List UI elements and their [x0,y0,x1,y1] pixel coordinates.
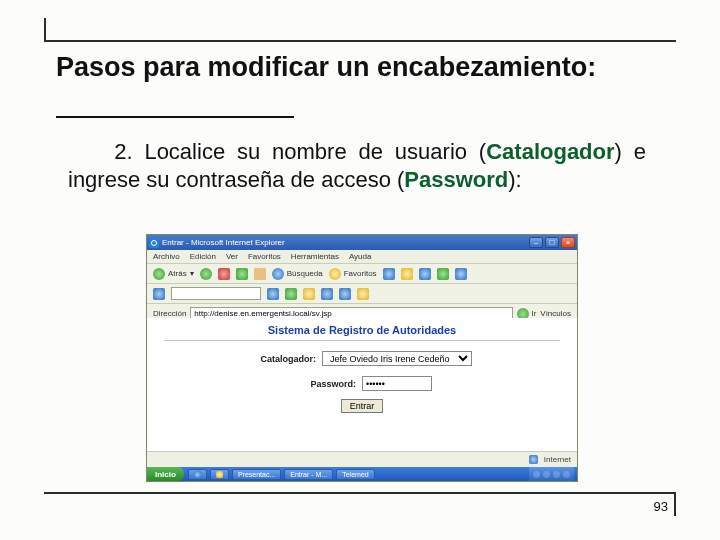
tray-icon[interactable] [543,471,550,478]
minimize-button[interactable]: – [529,237,543,248]
highlight-password: Password [404,167,508,192]
enter-button[interactable]: Entrar [341,399,384,413]
menu-edicion[interactable]: Edición [190,252,216,261]
home-button[interactable] [254,268,266,280]
zone-icon [529,455,538,464]
slide-body: 2. Localice su nombre de usuario (Catalo… [68,138,646,194]
catalogador-select[interactable]: Jefe Oviedo Iris Irene Cedeño [322,351,472,366]
tray-icon[interactable] [533,471,540,478]
ie-icon [149,238,159,248]
menu-archivo[interactable]: Archivo [153,252,180,261]
gbtn-2[interactable] [285,288,297,300]
gbtn-3[interactable] [303,288,315,300]
print-button[interactable] [419,268,431,280]
taskbar-item[interactable]: Presentac... [232,469,281,480]
links-label[interactable]: Vínculos [540,309,571,318]
password-input[interactable] [362,376,432,391]
menubar: Archivo Edición Ver Favoritos Herramient… [147,250,577,264]
tray-icon[interactable] [553,471,560,478]
menu-ayuda[interactable]: Ayuda [349,252,372,261]
slide-title: Pasos para modificar un encabezamiento: [56,52,662,83]
google-icon [153,288,165,300]
system-tray [529,467,574,481]
gbtn-1[interactable] [267,288,279,300]
refresh-button[interactable] [236,268,248,280]
taskbar-item[interactable]: Telemed [336,469,374,480]
window-title: Entrar - Microsoft Internet Explorer [162,238,285,247]
titlebar: Entrar - Microsoft Internet Explorer – □… [147,235,577,250]
taskbar-item[interactable] [210,469,229,480]
forward-button[interactable] [200,268,212,280]
history-button[interactable] [383,268,395,280]
google-search-input[interactable] [171,287,261,300]
password-label: Password: [292,379,356,389]
zone-label: Internet [544,455,571,464]
toolbar-google [147,284,577,304]
taskbar-item[interactable]: Entrar - M... [284,469,333,480]
address-label: Dirección [153,309,186,318]
edit-button[interactable] [437,268,449,280]
page-number: 93 [654,499,668,514]
page-content: Sistema de Registro de Autoridades Catal… [147,318,577,451]
rule-bottom [44,492,676,494]
close-button[interactable]: × [561,237,575,248]
stop-button[interactable] [218,268,230,280]
search-button[interactable]: Búsqueda [272,268,323,280]
misc-button[interactable] [455,268,467,280]
taskbar-item[interactable] [188,469,207,480]
gbtn-4[interactable] [321,288,333,300]
menu-ver[interactable]: Ver [226,252,238,261]
gbtn-6[interactable] [357,288,369,300]
title-underline [56,116,294,118]
divider [164,340,560,341]
accent-bottom [674,494,676,516]
status-bar: Internet [147,451,577,467]
toolbar-nav: Atrás ▾ Búsqueda Favoritos [147,264,577,284]
maximize-button[interactable]: □ [545,237,559,248]
tray-icon[interactable] [563,471,570,478]
menu-herramientas[interactable]: Herramientas [291,252,339,261]
gbtn-5[interactable] [339,288,351,300]
start-button[interactable]: Inicio [147,467,184,481]
mail-button[interactable] [401,268,413,280]
taskbar: Inicio Presentac... Entrar - M... Teleme… [147,467,577,481]
favorites-button[interactable]: Favoritos [329,268,377,280]
body-suffix: ): [508,167,521,192]
highlight-catalogador: Catalogador [486,139,614,164]
body-prefix: 2. Localice su nombre de usuario ( [114,139,486,164]
menu-favoritos[interactable]: Favoritos [248,252,281,261]
system-title: Sistema de Registro de Autoridades [268,324,456,336]
accent-top [44,18,46,40]
browser-window: Entrar - Microsoft Internet Explorer – □… [146,234,578,482]
back-button[interactable]: Atrás ▾ [153,268,194,280]
rule-top [44,40,676,42]
catalogador-label: Catalogador: [252,354,316,364]
